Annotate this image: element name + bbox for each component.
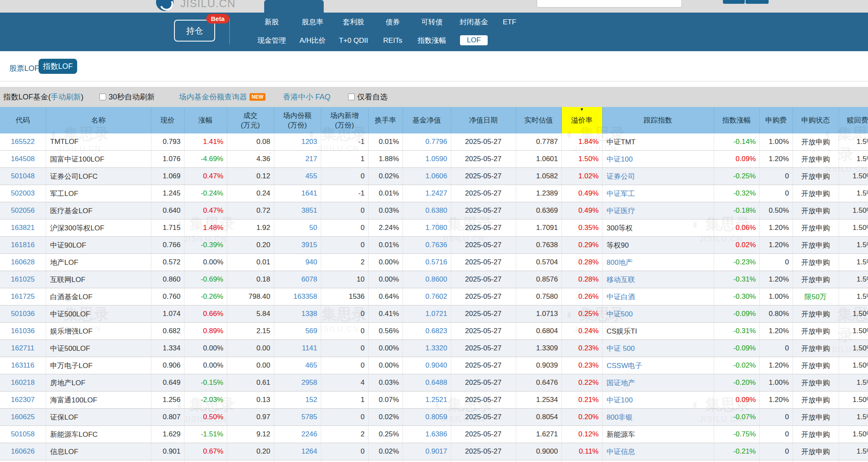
col-header-status[interactable]: 申购状态 (793, 107, 839, 133)
col-header-est[interactable]: 实时估值 (516, 107, 561, 133)
cell-index[interactable]: 中证 500 (602, 340, 714, 357)
nav-item[interactable]: 债券 (386, 18, 400, 27)
col-header-shares[interactable]: 场内份额(万份) (274, 107, 321, 133)
nav-item[interactable]: 套利股 (343, 18, 364, 27)
col-header-index[interactable]: 跟踪指数 (602, 107, 714, 133)
cell-code[interactable]: 161816 (0, 237, 46, 254)
cell-shares[interactable]: 1203 (274, 133, 321, 151)
cell-shares[interactable]: 455 (274, 168, 321, 185)
cell-index[interactable]: 证券公司 (602, 168, 714, 185)
cell-index[interactable]: 中证医疗 (602, 202, 714, 219)
cell-index[interactable]: 中证信息 (602, 443, 714, 460)
cell-shares[interactable]: 5785 (274, 409, 321, 426)
auto-refresh-checkbox[interactable] (99, 94, 106, 100)
cell-nav[interactable]: 1.7080 (403, 219, 451, 237)
cell-index[interactable]: 中证100 (602, 151, 714, 168)
cell-code[interactable]: 160218 (0, 374, 46, 392)
cell-nav[interactable]: 0.8059 (403, 409, 451, 426)
cell-index[interactable]: 中证军工 (602, 185, 714, 202)
cell-nav[interactable]: 0.9040 (403, 357, 451, 374)
col-header-price[interactable]: 现价 (151, 107, 184, 133)
hk-faq-link[interactable]: 香港中小 FAQ (283, 92, 330, 102)
search-input[interactable] (537, 0, 682, 8)
cell-shares[interactable]: 6078 (274, 271, 321, 288)
col-header-turnover[interactable]: 换手率 (368, 107, 403, 133)
cell-index[interactable]: 中证500 (602, 305, 714, 323)
cell-shares[interactable]: 1338 (274, 305, 321, 323)
cell-shares[interactable]: 2958 (274, 374, 321, 392)
cell-code[interactable]: 160628 (0, 254, 46, 271)
cell-index[interactable]: 移动互联 (602, 271, 714, 288)
col-header-premium[interactable]: ▼溢价率 (561, 107, 602, 133)
cell-nav[interactable]: 1.2427 (403, 185, 451, 202)
active-site-tab[interactable] (264, 0, 324, 13)
cell-index[interactable]: 中证100 (602, 392, 714, 409)
cell-nav[interactable]: 1.0721 (403, 305, 451, 323)
cell-index[interactable]: 800非银 (602, 409, 714, 426)
cell-nav[interactable]: 0.9017 (403, 443, 451, 460)
nav-item[interactable]: ETF (503, 18, 516, 27)
col-header-fee[interactable]: 申购费 (759, 107, 793, 133)
cell-code[interactable]: 160626 (0, 443, 46, 460)
cell-nav[interactable]: 1.2521 (403, 392, 451, 409)
cell-nav[interactable]: 1.3320 (403, 340, 451, 357)
tab-index-lof[interactable]: 指数LOF (39, 59, 77, 74)
nav-item[interactable]: 指数涨幅 (418, 36, 446, 45)
cell-nav[interactable]: 0.6488 (403, 374, 451, 392)
cell-nav[interactable]: 0.7796 (403, 133, 451, 151)
col-header-name[interactable]: 名称 (46, 107, 151, 133)
manual-refresh-link[interactable]: 手动刷新 (51, 93, 81, 101)
cell-index[interactable]: 中证白酒 (602, 288, 714, 305)
cell-code[interactable]: 163116 (0, 357, 46, 374)
cell-shares[interactable]: 3851 (274, 202, 321, 219)
cell-shares[interactable]: 163358 (274, 288, 321, 305)
cell-code[interactable]: 161036 (0, 323, 46, 340)
cell-shares[interactable]: 940 (274, 254, 321, 271)
cell-shares[interactable]: 1641 (274, 185, 321, 202)
col-header-change[interactable]: 涨幅 (184, 107, 227, 133)
cell-code[interactable]: 502003 (0, 185, 46, 202)
cell-nav[interactable]: 1.6386 (403, 426, 451, 443)
nav-item[interactable]: T+0 QDII (339, 36, 368, 45)
cell-nav[interactable]: 0.7636 (403, 237, 451, 254)
cell-shares[interactable]: 50 (274, 219, 321, 237)
cell-nav[interactable]: 1.0590 (403, 151, 451, 168)
cell-code[interactable]: 163821 (0, 219, 46, 237)
col-header-code[interactable]: 代码 (0, 107, 46, 133)
cell-code[interactable]: 501048 (0, 168, 46, 185)
nav-item[interactable]: A/H比价 (299, 36, 325, 45)
cell-code[interactable]: 162711 (0, 340, 46, 357)
nav-item-active[interactable]: LOF (460, 35, 487, 45)
cell-nav[interactable]: 0.5716 (403, 254, 451, 271)
nav-item[interactable]: 新股 (265, 18, 279, 27)
cell-nav[interactable]: 1.0606 (403, 168, 451, 185)
col-header-volume[interactable]: 成交(万元) (227, 107, 274, 133)
cell-index[interactable]: 800地产 (602, 254, 714, 271)
cell-code[interactable]: 161725 (0, 288, 46, 305)
cell-shares[interactable]: 465 (274, 357, 321, 374)
cell-code[interactable]: 161025 (0, 271, 46, 288)
share-query-link[interactable]: 场内基金份额查询器 (179, 92, 247, 102)
col-header-redeem[interactable]: 赎回费 (839, 107, 868, 133)
cell-code[interactable]: 501058 (0, 426, 46, 443)
cell-code[interactable]: 165522 (0, 133, 46, 151)
cell-nav[interactable]: 0.8600 (403, 271, 451, 288)
cell-code[interactable]: 162307 (0, 392, 46, 409)
col-header-shares_new[interactable]: 场内新增(万份) (321, 107, 368, 133)
nav-item[interactable]: REITs (383, 36, 402, 45)
cell-code[interactable]: 502056 (0, 202, 46, 219)
cell-code[interactable]: 501036 (0, 305, 46, 323)
col-header-index_change[interactable]: 指数涨幅 (714, 107, 759, 133)
topbar-button-2[interactable] (746, 0, 769, 4)
tab-stock-lof[interactable]: 股票LOF (9, 63, 39, 73)
cell-shares[interactable]: 217 (274, 151, 321, 168)
cell-index[interactable]: CSSW电子 (602, 357, 714, 374)
cell-index[interactable]: 国证地产 (602, 374, 714, 392)
watch-only-checkbox[interactable] (348, 94, 355, 100)
cell-nav[interactable]: 0.6823 (403, 323, 451, 340)
cell-shares[interactable]: 3915 (274, 237, 321, 254)
col-header-nav_date[interactable]: 净值日期 (451, 107, 516, 133)
cell-nav[interactable]: 0.7602 (403, 288, 451, 305)
cell-shares[interactable]: 1264 (274, 443, 321, 460)
cell-code[interactable]: 160625 (0, 409, 46, 426)
